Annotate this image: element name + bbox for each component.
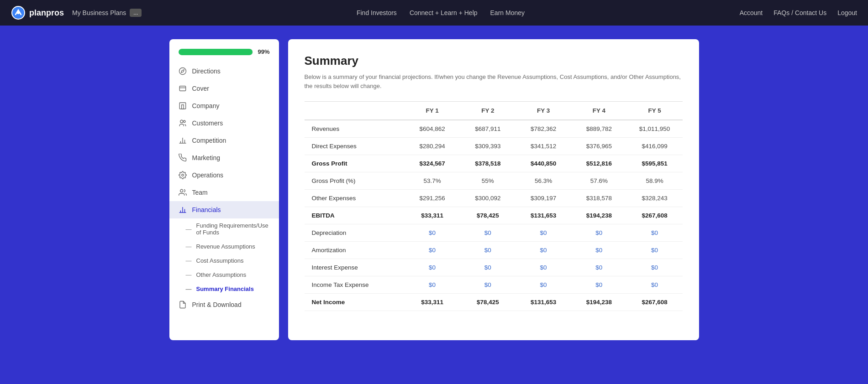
table-cell-fy5: $328,243 xyxy=(627,190,683,207)
svg-point-14 xyxy=(181,174,184,176)
nav-connect-learn[interactable]: Connect + Learn + Help xyxy=(410,9,478,16)
sidebar-subitem-other[interactable]: — Other Assumptions xyxy=(169,268,279,282)
sidebar-item-cover[interactable]: Cover xyxy=(169,80,279,97)
sidebar-subitem-summary[interactable]: — Summary Financials xyxy=(169,282,279,296)
sidebar: 99% Directions Cover Company xyxy=(169,39,279,340)
table-row: Amortization$0$0$0$0$0 xyxy=(305,242,683,259)
sidebar-item-competition[interactable]: Competition xyxy=(169,132,279,149)
table-cell-fy3: $0 xyxy=(516,224,571,242)
sidebar-label-company: Company xyxy=(192,102,220,109)
sidebar-subitem-revenue[interactable]: — Revenue Assumptions xyxy=(169,239,279,254)
svg-point-8 xyxy=(180,120,183,123)
sidebar-label-print: Print & Download xyxy=(192,301,242,308)
table-cell-fy1: $33,311 xyxy=(405,294,460,311)
table-cell-label: Other Expenses xyxy=(305,190,405,207)
table-cell-fy4: $0 xyxy=(571,259,627,276)
svg-point-2 xyxy=(179,68,186,75)
table-row: EBITDA$33,311$78,425$131,653$194,238$267… xyxy=(305,207,683,224)
sidebar-item-customers[interactable]: Customers xyxy=(169,114,279,132)
sidebar-label-directions: Directions xyxy=(192,67,221,75)
table-cell-fy1: $0 xyxy=(405,242,460,259)
header-nav: Find Investors Connect + Learn + Help Ea… xyxy=(357,9,525,16)
sidebar-item-financials[interactable]: Financials xyxy=(169,201,279,218)
table-row: Depreciation$0$0$0$0$0 xyxy=(305,224,683,242)
table-cell-label: Direct Expenses xyxy=(305,138,405,155)
phone-icon xyxy=(179,154,187,162)
table-cell-label: Gross Profit xyxy=(305,155,405,172)
chart-icon xyxy=(179,206,187,214)
table-cell-fy4: $0 xyxy=(571,224,627,242)
table-cell-fy5: $0 xyxy=(627,242,683,259)
table-cell-fy2: $78,425 xyxy=(460,294,516,311)
nav-logout[interactable]: Logout xyxy=(837,9,857,16)
table-cell-fy2: $0 xyxy=(460,224,516,242)
nav-find-investors[interactable]: Find Investors xyxy=(357,9,397,16)
sidebar-sublabel-cost: Cost Assumptions xyxy=(196,257,244,264)
progress-label: 99% xyxy=(258,48,269,55)
col-header-fy2: FY 2 xyxy=(460,102,516,120)
table-row: Other Expenses$291,256$300,092$309,197$3… xyxy=(305,190,683,207)
main-content: 99% Directions Cover Company xyxy=(160,26,708,354)
table-row: Interest Expense$0$0$0$0$0 xyxy=(305,259,683,276)
my-plans[interactable]: My Business Plans ... xyxy=(72,9,142,17)
nav-earn-money[interactable]: Earn Money xyxy=(490,9,525,16)
sidebar-item-directions[interactable]: Directions xyxy=(169,62,279,80)
table-cell-fy1: 53.7% xyxy=(405,172,460,190)
nav-account[interactable]: Account xyxy=(740,9,763,16)
nav-faqs[interactable]: FAQs / Contact Us xyxy=(773,9,826,16)
header: planpros My Business Plans ... Find Inve… xyxy=(0,0,868,26)
table-cell-fy4: $0 xyxy=(571,276,627,294)
sidebar-sublabel-funding: Funding Requirements/Use of Funds xyxy=(196,222,270,236)
people-icon xyxy=(179,119,187,127)
sidebar-item-team[interactable]: Team xyxy=(169,184,279,201)
sidebar-sublabel-other: Other Assumptions xyxy=(196,271,247,278)
table-cell-label: Amortization xyxy=(305,242,405,259)
table-cell-fy2: $0 xyxy=(460,276,516,294)
gear-icon xyxy=(179,171,187,179)
logo[interactable]: planpros xyxy=(11,5,64,20)
table-cell-label: Income Tax Expense xyxy=(305,276,405,294)
table-cell-fy4: 57.6% xyxy=(571,172,627,190)
header-right: Account FAQs / Contact Us Logout xyxy=(740,9,857,16)
table-cell-fy4: $194,238 xyxy=(571,207,627,224)
building-icon xyxy=(179,102,187,110)
financial-table: FY 1 FY 2 FY 3 FY 4 FY 5 Revenues$604,86… xyxy=(305,101,683,311)
table-cell-fy5: $0 xyxy=(627,276,683,294)
table-row: Revenues$604,862$687,911$782,362$889,782… xyxy=(305,120,683,138)
sidebar-label-marketing: Marketing xyxy=(192,154,220,161)
sidebar-item-operations[interactable]: Operations xyxy=(169,166,279,184)
sidebar-subitem-cost[interactable]: — Cost Assumptions xyxy=(169,254,279,268)
table-cell-fy2: 55% xyxy=(460,172,516,190)
sidebar-label-competition: Competition xyxy=(192,137,226,144)
table-cell-fy5: $267,608 xyxy=(627,294,683,311)
my-plans-label: My Business Plans xyxy=(72,9,126,16)
table-cell-fy3: $309,197 xyxy=(516,190,571,207)
sidebar-label-customers: Customers xyxy=(192,119,223,127)
svg-point-15 xyxy=(180,189,183,192)
team-icon xyxy=(179,188,187,197)
table-cell-fy5: $416,099 xyxy=(627,138,683,155)
sidebar-item-print[interactable]: Print & Download xyxy=(169,296,279,313)
svg-rect-6 xyxy=(179,103,186,109)
print-icon xyxy=(179,301,187,309)
table-cell-fy3: $0 xyxy=(516,276,571,294)
sidebar-item-company[interactable]: Company xyxy=(169,97,279,114)
sidebar-subitem-funding[interactable]: — Funding Requirements/Use of Funds xyxy=(169,218,279,239)
table-cell-fy3: $0 xyxy=(516,259,571,276)
col-header-fy4: FY 4 xyxy=(571,102,627,120)
table-cell-fy1: $0 xyxy=(405,224,460,242)
table-cell-fy3: $131,653 xyxy=(516,294,571,311)
sidebar-label-team: Team xyxy=(192,189,208,196)
table-cell-fy5: $0 xyxy=(627,259,683,276)
sidebar-label-financials: Financials xyxy=(192,206,221,213)
table-cell-fy3: $782,362 xyxy=(516,120,571,138)
table-cell-fy2: $309,393 xyxy=(460,138,516,155)
table-row: Gross Profit (%)53.7%55%56.3%57.6%58.9% xyxy=(305,172,683,190)
table-cell-fy4: $376,965 xyxy=(571,138,627,155)
table-cell-fy4: $512,816 xyxy=(571,155,627,172)
table-cell-fy3: $131,653 xyxy=(516,207,571,224)
sidebar-sublabel-revenue: Revenue Assumptions xyxy=(196,243,255,250)
sidebar-item-marketing[interactable]: Marketing xyxy=(169,149,279,166)
table-cell-fy2: $378,518 xyxy=(460,155,516,172)
table-cell-fy4: $0 xyxy=(571,242,627,259)
